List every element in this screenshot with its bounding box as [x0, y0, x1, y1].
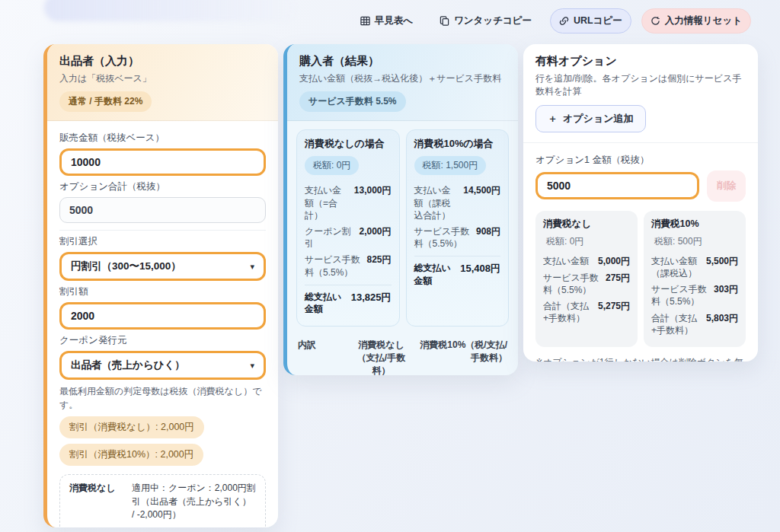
options-note-1: ※オプションが1行しかない場合は削除ボタンを無効化しています（UI崩れ防止）。 — [535, 355, 746, 362]
url-copy-button[interactable]: URLコピー — [550, 8, 631, 33]
breakdown-header-row: 内訳 消費税なし（支払/手数料） 消費税10%（税/支払/手数料） — [298, 333, 507, 375]
result-row-label: 支払い金額（課税込合計） — [414, 184, 459, 221]
breakdown-header: 消費税10%（税/支払/手数料） — [419, 339, 507, 365]
coupon-issuer-label: クーポン発行元 — [59, 334, 266, 347]
seller-panel-header: 出品者（入力） 入力は「税抜ベース」 通常 / 手数料 22% — [47, 44, 278, 121]
reset-button[interactable]: 入力情報リセット — [641, 8, 751, 33]
option-row-value: 5,500円 — [706, 255, 738, 268]
ghost-header — [44, 0, 296, 21]
breakdown-header: 消費税なし（支払/手数料） — [350, 339, 413, 375]
coupon-issuer-select[interactable]: 出品者（売上からひく） ▾ — [59, 351, 266, 380]
link-icon — [559, 16, 569, 26]
option-row-label: サービス手数料（5.5%） — [651, 283, 709, 307]
discount-badge-tax10: 割引（消費税10%）: 2,000円 — [59, 444, 203, 466]
options-total-label: オプション合計（税抜） — [59, 180, 266, 193]
seller-panel-body: 販売金額（税抜ベース） オプション合計（税抜） 割引選択 円割引（300〜15,… — [47, 121, 278, 527]
result-total-value: 13,825円 — [351, 291, 392, 304]
result-row-value: 2,000円 — [359, 225, 391, 238]
option-row-value: 275円 — [606, 272, 630, 285]
option-row: 支払い金額（課税込） 5,500円 — [651, 255, 738, 279]
result-row-value: 825円 — [366, 253, 391, 266]
option-total-label: 合計（支払+手数料） — [651, 312, 702, 336]
result-card-title: 消費税10%の場合 — [414, 137, 501, 151]
breakdown-table: 内訳 消費税なし（支払/手数料） 消費税10%（税/支払/手数料） サービス本体… — [298, 333, 507, 375]
url-copy-label: URLコピー — [574, 14, 622, 27]
discount-select[interactable]: 円割引（300〜15,000） ▾ — [59, 252, 266, 281]
options-notes: ※オプションが1行しかない場合は削除ボタンを無効化しています（UI崩れ防止）。 … — [535, 355, 746, 362]
option-row-value: 303円 — [714, 283, 738, 296]
discount-amount-label: 割引額 — [59, 285, 266, 298]
option-total-label: 合計（支払+手数料） — [543, 300, 593, 324]
option-row: サービス手数料（5.5%） 275円 — [543, 272, 630, 296]
table-icon — [360, 16, 370, 26]
result-total-value: 15,408円 — [460, 262, 500, 276]
result-row-label: サービス手数料（5.5%） — [414, 225, 472, 250]
options-panel-title: 有料オプション — [535, 54, 746, 68]
option-row-label: サービス手数料（5.5%） — [543, 272, 601, 296]
copy-icon — [440, 16, 449, 26]
breakdown-header: 内訳 — [298, 339, 344, 352]
seller-panel-title: 出品者（入力） — [59, 54, 266, 68]
option-total-row: 合計（支払+手数料） 5,275円 — [543, 300, 630, 324]
option-card-tax10: 消費税10% 税額: 500円 支払い金額（課税込） 5,500円 サービス手数… — [644, 211, 746, 347]
result-row-label: クーポン割引 — [305, 225, 354, 250]
sale-amount-input[interactable] — [59, 148, 266, 176]
option1-amount-input[interactable] — [535, 172, 699, 199]
applied-row-label: 消費税なし — [69, 482, 126, 521]
tax-amount-badge: 税額: 1,500円 — [414, 156, 487, 175]
fee-mode-badge: 通常 / 手数料 22% — [59, 91, 152, 112]
chevron-down-icon: ▾ — [250, 361, 254, 371]
discount-amount-input[interactable] — [59, 302, 266, 330]
result-card-no-tax: 消費税なしの場合 税額: 0円 支払い金額（=合計） 13,000円 クーポン割… — [296, 129, 400, 327]
result-row-value: 14,500円 — [463, 184, 500, 197]
result-total-row: 総支払い金額 15,408円 — [414, 256, 501, 286]
result-card-title: 消費税なしの場合 — [305, 137, 392, 151]
reset-icon — [651, 16, 660, 26]
option-row-value: 5,000円 — [598, 255, 630, 268]
seller-divider — [59, 230, 266, 231]
quick-table-button[interactable]: 早見表へ — [352, 9, 421, 33]
result-row-value: 908円 — [476, 225, 500, 238]
delete-option-button: 削除 — [707, 170, 746, 202]
reset-label: 入力情報リセット — [665, 14, 742, 27]
option-total-value: 5,275円 — [598, 300, 630, 313]
result-row: サービス手数料（5.5%） 908円 — [414, 225, 501, 250]
discount-badge-no-tax: 割引（消費税なし）: 2,000円 — [59, 416, 204, 438]
quick-table-label: 早見表へ — [375, 14, 413, 27]
result-row: クーポン割引 2,000円 — [305, 225, 392, 250]
option-tax-line: 税額: 0円 — [546, 235, 630, 248]
options-total-input — [59, 197, 266, 223]
buyer-panel: 購入者（結果） 支払い金額（税抜→税込化後）＋サービス手数料 サービス手数料 5… — [283, 44, 518, 375]
option-row: サービス手数料（5.5%） 303円 — [651, 283, 738, 307]
option-total-row: 合計（支払+手数料） 5,803円 — [651, 312, 738, 336]
option-row: 支払い金額 5,000円 — [543, 255, 630, 268]
plus-icon: ＋ — [548, 112, 558, 126]
result-row: 支払い金額（課税込合計） 14,500円 — [414, 184, 501, 221]
one-touch-copy-button[interactable]: ワンタッチコピー — [431, 9, 540, 33]
buyer-panel-title: 購入者（結果） — [299, 54, 506, 68]
result-row-label: 支払い金額（=合計） — [305, 184, 350, 221]
options-panel-body: オプション1 金額（税抜） 削除 消費税なし 税額: 0円 支払い金額 5,00… — [523, 143, 758, 362]
option-card-title: 消費税なし — [543, 218, 630, 231]
option-row-label: 支払い金額 — [543, 255, 589, 267]
add-option-label: オプション追加 — [563, 112, 634, 126]
result-row: サービス手数料（5.5%） 825円 — [305, 253, 392, 278]
option1-amount-label: オプション1 金額（税抜） — [535, 154, 746, 167]
applied-row-no-tax: 消費税なし 適用中：クーポン：2,000円割引（出品者（売上から引く） / -2… — [69, 476, 256, 527]
coupon-issuer-value: 出品者（売上からひく） — [71, 358, 185, 372]
result-card-tax10: 消費税10%の場合 税額: 1,500円 支払い金額（課税込合計） 14,500… — [406, 129, 510, 327]
buyer-panel-header: 購入者（結果） 支払い金額（税抜→税込化後）＋サービス手数料 サービス手数料 5… — [287, 44, 518, 121]
discount-select-label: 割引選択 — [59, 235, 266, 248]
add-option-button[interactable]: ＋ オプション追加 — [535, 105, 646, 132]
result-row-label: サービス手数料（5.5%） — [305, 253, 362, 278]
result-row: 支払い金額（=合計） 13,000円 — [305, 184, 392, 221]
options-panel-header: 有料オプション 行を追加/削除。各オプションは個別にサービス手数料を計算 ＋ オ… — [523, 44, 758, 143]
seller-panel: 出品者（入力） 入力は「税抜ベース」 通常 / 手数料 22% 販売金額（税抜ベ… — [43, 44, 278, 527]
option-row-label: 支払い金額（課税込） — [651, 255, 702, 279]
discount-select-value: 円割引（300〜15,000） — [71, 260, 181, 273]
service-fee-badge: サービス手数料 5.5% — [299, 91, 406, 112]
option1-row: 削除 — [535, 170, 746, 202]
min-amount-note: 最低利用金額の判定母数は税抜（消費税なし）です。 — [59, 384, 266, 412]
seller-panel-subtitle: 入力は「税抜ベース」 — [59, 72, 266, 85]
sale-amount-label: 販売金額（税抜ベース） — [59, 132, 266, 145]
